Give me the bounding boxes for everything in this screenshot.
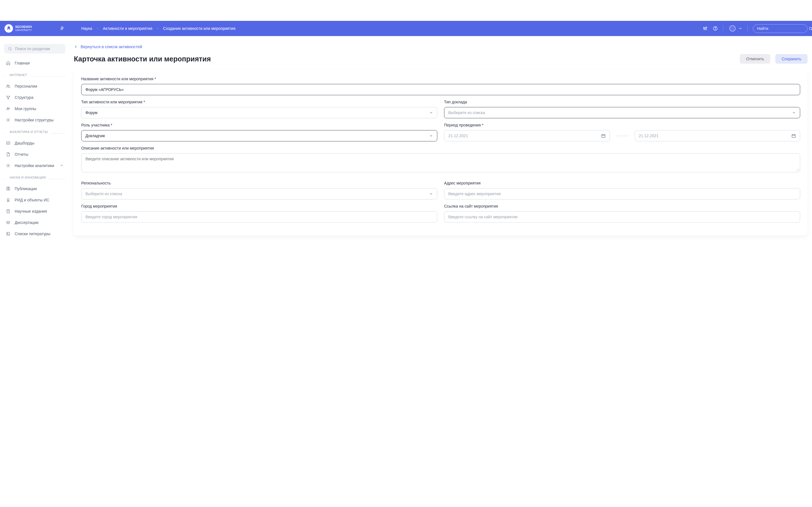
svg-point-19: [9, 108, 10, 109]
sidebar-item-persons[interactable]: Персоналии: [4, 80, 65, 92]
period-from-input[interactable]: 21.12.2021: [444, 130, 610, 142]
svg-point-23: [7, 199, 9, 201]
profile-menu-button[interactable]: [728, 24, 742, 33]
svg-point-11: [9, 47, 11, 50]
city-input-wrapper[interactable]: [81, 211, 437, 223]
svg-line-12: [11, 50, 11, 50]
breadcrumb: Наука Активности и мероприятия Создание …: [81, 26, 236, 31]
description-input-wrapper[interactable]: [81, 153, 800, 172]
address-input-wrapper[interactable]: [444, 188, 800, 200]
description-input[interactable]: [86, 157, 796, 172]
page-title: Карточка активности или мероприятия: [74, 55, 211, 63]
sidebar-item-label: Настройки структуры: [15, 118, 54, 122]
sidebar-item-label: Научные издания: [15, 209, 47, 214]
address-input[interactable]: [448, 191, 796, 196]
chevron-right-icon: [156, 26, 159, 31]
cancel-button[interactable]: Отменить: [740, 54, 770, 64]
regionality-select[interactable]: Выберите из списка: [81, 188, 437, 200]
sidebar-item-structure[interactable]: Структура: [4, 92, 65, 103]
sidebar-item-label: Публикации: [15, 186, 37, 191]
field-label: Ссылка на сайт мероприятия: [444, 204, 800, 209]
sidebar-item-ip-objects[interactable]: РИД и объекты ИС: [4, 194, 65, 206]
sidebar-item-analytics-settings[interactable]: Настройки аналитики: [4, 160, 65, 171]
sidebar-item-label: Диссертации: [15, 220, 38, 225]
browser-chrome-gap: [0, 0, 812, 21]
city-input[interactable]: [86, 215, 433, 219]
sidebar-item-journals[interactable]: Научные издания: [4, 206, 65, 217]
breadcrumb-item[interactable]: Активности и мероприятия: [103, 26, 152, 31]
sidebar-item-home[interactable]: Главная: [4, 57, 65, 69]
field-label: Период проведения*: [444, 123, 800, 127]
svg-rect-27: [7, 232, 10, 235]
sidebar-item-dissertations[interactable]: Диссертации: [4, 217, 65, 228]
logo[interactable]: SECHENOV UNIVERSITY: [4, 24, 32, 33]
global-search-input[interactable]: [757, 26, 806, 31]
sidebar-item-label: Персоналии: [15, 84, 37, 89]
sidebar-item-dashboards[interactable]: Дашборды: [4, 137, 65, 149]
svg-point-28: [7, 233, 8, 234]
sidebar-item-my-groups[interactable]: Мои группы: [4, 103, 65, 114]
breadcrumb-item[interactable]: Наука: [81, 26, 92, 31]
app-header: SECHENOV UNIVERSITY Наука Активности и м…: [0, 21, 812, 36]
help-button[interactable]: [713, 26, 718, 31]
sidebar-item-label: Главная: [15, 61, 30, 65]
sidebar-item-structure-settings[interactable]: Настройки структуры: [4, 114, 65, 126]
sidebar-search-input[interactable]: [15, 47, 64, 51]
chevron-down-icon: [792, 111, 796, 115]
gear-icon: [6, 117, 11, 122]
dashboard-icon: [6, 140, 11, 146]
search-icon: [809, 26, 812, 31]
chevron-left-icon: [74, 45, 78, 49]
field-label: Роль участника*: [81, 123, 437, 127]
sidebar-section-header: АНАЛИТИКА И ОТЧЕТЫ: [4, 130, 65, 136]
document-icon: [6, 152, 11, 157]
sidebar-item-label: Отчеты: [15, 152, 28, 157]
sidebar-item-publications[interactable]: Публикации: [4, 183, 65, 194]
journal-icon: [6, 209, 11, 214]
link-input[interactable]: [448, 215, 796, 219]
type-select[interactable]: Форум: [81, 107, 437, 118]
people-icon: [6, 83, 11, 89]
save-button[interactable]: Сохранить: [775, 54, 808, 64]
graduation-icon: [6, 220, 11, 225]
svg-point-4: [705, 29, 706, 30]
svg-point-6: [706, 27, 707, 28]
field-label: Название активности или мероприятия*: [81, 76, 800, 81]
chevron-down-icon: [429, 134, 433, 138]
main-content: Вернуться в список активностей Карточка …: [69, 36, 812, 239]
svg-point-14: [8, 85, 9, 86]
link-input-wrapper[interactable]: [444, 211, 800, 223]
gear-icon: [6, 163, 11, 168]
sidebar-section-header: НАУКА И ИННОВАЦИИ: [4, 176, 65, 182]
sidebar-item-label: Списки литературы: [15, 231, 50, 236]
chevron-down-icon: [429, 192, 433, 196]
global-search[interactable]: [753, 24, 808, 33]
sidebar-item-label: Настройки аналитики: [15, 163, 54, 168]
list-icon: [6, 231, 11, 236]
book-icon: [6, 186, 11, 191]
report-type-select[interactable]: Выберите из списка: [444, 107, 800, 118]
tree-icon: [6, 95, 11, 100]
name-input[interactable]: [86, 87, 796, 92]
role-select[interactable]: Докладчик: [81, 130, 437, 142]
sidebar: Главная ИНТРАНЕТ Персоналии Структура Мо…: [0, 36, 69, 239]
calendar-icon: [792, 133, 796, 138]
field-label: Город мероприятия: [81, 204, 437, 209]
period-to-input[interactable]: 21.12.2021: [635, 130, 801, 142]
chevron-down-icon: [429, 111, 433, 115]
logo-mark-icon: [4, 24, 13, 33]
field-label: Описание активности или мероприятия: [81, 146, 800, 151]
sidebar-item-bibliography[interactable]: Списки литературы: [4, 228, 65, 239]
field-label: Региональность: [81, 181, 437, 185]
award-icon: [6, 198, 11, 203]
sidebar-item-reports[interactable]: Отчеты: [4, 149, 65, 160]
form-card: Название активности или мероприятия* Тип…: [74, 70, 808, 235]
back-link[interactable]: Вернуться в список активностей: [74, 45, 142, 49]
sidebar-item-label: Структура: [15, 95, 33, 100]
sidebar-search[interactable]: [4, 44, 65, 54]
field-label: Адрес мероприятия: [444, 181, 800, 185]
settings-sliders-button[interactable]: [703, 26, 708, 31]
name-input-wrapper[interactable]: [81, 84, 800, 95]
pin-toggle-button[interactable]: [60, 26, 64, 31]
svg-point-8: [715, 29, 715, 30]
